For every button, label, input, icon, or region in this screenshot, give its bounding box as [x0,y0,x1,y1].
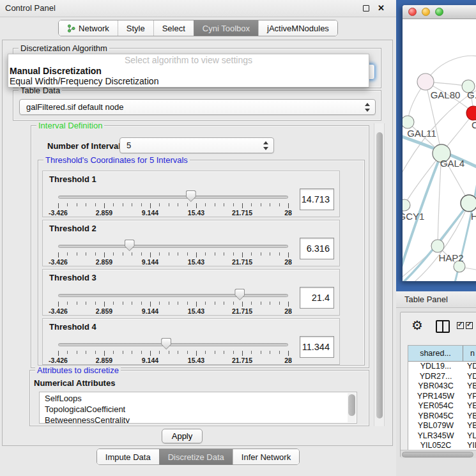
dropdown-option-equal-width-frequency[interactable]: Equal Width/Frequency Discretization [8,76,369,86]
network-view-background: GAL80 G. C GAL11 GAL4 GCY1 H HAP2 [396,0,476,291]
dropdown-hint: Select algorithm to view settings [8,54,369,66]
table-row[interactable]: YIL052CYIL0 [408,441,476,450]
list-scrollbar[interactable] [348,393,356,422]
slider-tick-labels: -3.4262.8599.14415.4321.71528 [58,357,288,365]
table-header-row: shared... n [408,346,476,362]
node-label-gcy1: GCY1 [403,211,424,222]
column-header-name[interactable]: n [463,346,476,362]
table-row[interactable]: YER054CYER0 [408,401,476,411]
threshold-label: Threshold 4 [49,322,96,332]
table-row[interactable]: YBR043CYBR0 [408,381,476,392]
tab-select[interactable]: Select [153,20,194,36]
slider-track[interactable] [58,294,288,297]
threshold-value-field[interactable]: 14.713 [300,188,334,210]
numerical-attributes-label: Numerical Attributes [34,378,115,388]
gear-icon[interactable]: ⚙ [411,319,423,332]
network-node[interactable] [431,240,444,252]
num-intervals-select[interactable]: 5 [119,137,274,153]
attribute-list-item[interactable]: TopologicalCoefficient [45,404,357,415]
apply-button[interactable]: Apply [162,429,203,443]
node-label-gal11: GAL11 [407,128,436,139]
tab-network[interactable]: Network [59,20,118,36]
table-row[interactable]: YBR045CYBR0 [408,411,476,422]
threshold-value-field[interactable]: 11.344 [300,336,334,358]
panel-scrollbar[interactable] [374,123,385,426]
tab-discretize-data[interactable]: Discretize Data [159,449,233,464]
threshold-1-slider[interactable]: -3.4262.8599.14415.4321.71528 [58,189,288,217]
table-panel-inner: ⚙ shared... n YDL19...YDL1YDR27...YDR2YB… [400,312,476,457]
slider-thumb[interactable] [234,289,245,300]
slider-thumb[interactable] [125,240,135,251]
threshold-value-field[interactable]: 21.4 [300,287,334,309]
attributes-group: Attributes to discretize Numerical Attri… [29,370,369,426]
threshold-3-slider[interactable]: -3.4262.8599.14415.4321.71528 [58,288,288,316]
node-label-partial-h: H [471,211,476,222]
tab-infer-network[interactable]: Infer Network [233,449,299,464]
node-table-rows: YDL19...YDL1YDR27...YDR2YBR043CYBR0YPR14… [408,362,476,450]
node-label-gal4: GAL4 [440,158,464,169]
table-data-selected-value: galFiltered.sif default node [20,100,375,114]
table-toolbar: ⚙ [401,312,476,341]
node-label-partial-g: G. [467,89,476,100]
network-node[interactable] [403,199,410,211]
control-panel-titlebar: Control Panel ✕ [0,0,396,17]
tab-label: Cyni Toolbox [203,24,250,33]
combo-stepper-icon [263,141,269,150]
threshold-2-box: Threshold 2 -3.4262.8599.14415.4321.7152… [42,220,340,266]
group-title: Discretization Algorithm [19,43,109,53]
tab-label: Discretize Data [168,452,224,462]
slider-tick-labels: -3.4262.8599.14415.4321.71528 [58,258,288,266]
threshold-4-box: Threshold 4 -3.4262.8599.14415.4321.7152… [42,318,340,365]
network-node[interactable] [461,195,476,211]
close-traffic-light-icon[interactable] [408,8,417,16]
tab-label: Style [127,24,145,33]
attribute-list-item[interactable]: SelfLoops [45,393,357,404]
network-node[interactable] [417,73,434,90]
table-hscrollbar-thumb[interactable] [402,452,473,457]
threshold-4-slider[interactable]: -3.4262.8599.14415.4321.71528 [58,337,288,365]
network-canvas[interactable]: GAL80 G. C GAL11 GAL4 GCY1 H HAP2 [403,19,476,281]
group-title: Attributes to discretize [35,365,121,375]
tab-style[interactable]: Style [118,20,153,36]
slider-ticks [58,351,288,357]
columns-icon[interactable] [436,320,450,333]
attribute-list-item[interactable]: BetweennessCentrality [45,415,357,424]
table-data-select[interactable]: galFiltered.sif default node [19,99,376,115]
interval-definition-group: Interval Definition Number of Intervals … [31,125,369,368]
slider-track[interactable] [58,196,288,199]
threshold-label: Threshold 3 [49,273,96,282]
table-hscrollbar[interactable] [401,450,476,458]
minimize-traffic-light-icon[interactable] [422,8,430,16]
checkbox-icon[interactable] [457,322,464,329]
table-row[interactable]: YDL19...YDL1 [408,362,476,372]
column-header-shared-name[interactable]: shared... [408,346,463,362]
float-window-icon[interactable] [363,5,369,12]
panel-title: Control Panel [5,0,56,17]
table-row[interactable]: YBL079WYBL0 [408,421,476,431]
checkbox-icon[interactable] [466,322,473,329]
network-node[interactable] [403,116,414,128]
group-title: Interval Definition [36,121,104,130]
tab-label: Infer Network [242,452,291,462]
tab-cyni-toolbox[interactable]: Cyni Toolbox [194,20,258,36]
tab-impute-data[interactable]: Impute Data [97,449,159,464]
slider-thumb[interactable] [161,338,171,349]
threshold-label: Threshold 1 [49,174,96,184]
table-row[interactable]: YLR345WYLR3 [408,431,476,441]
table-row[interactable]: YPR145WYPR1 [408,392,476,402]
list-scrollbar-thumb[interactable] [348,394,355,416]
network-tab-icon [67,24,75,33]
close-icon[interactable]: ✕ [378,3,385,13]
threshold-2-slider[interactable]: -3.4262.8599.14415.4321.71528 [58,238,288,266]
tab-jactivemnodules[interactable]: jActiveMNodules [258,20,337,36]
panel-scrollbar-thumb[interactable] [376,132,383,418]
threshold-value-field[interactable]: 6.316 [300,238,334,259]
table-row[interactable]: YDR27...YDR2 [408,372,476,382]
slider-thumb[interactable] [186,190,196,202]
slider-track[interactable] [58,343,288,346]
slider-tick-labels: -3.4262.8599.14415.4321.71528 [58,307,288,316]
node-label-hap2: HAP2 [438,252,463,263]
slider-track[interactable] [58,245,288,248]
zoom-traffic-light-icon[interactable] [435,8,443,16]
dropdown-option-manual-discretization[interactable]: Manual Discretization [8,66,369,76]
